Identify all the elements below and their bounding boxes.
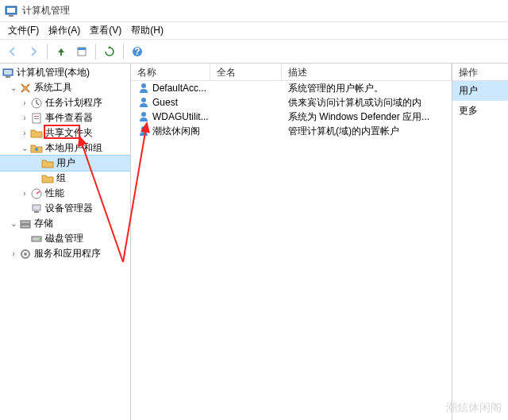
tools-icon <box>19 82 32 94</box>
cell-name: Guest <box>131 96 210 109</box>
twisty-closed-icon[interactable]: › <box>19 98 30 107</box>
cell-name: WDAGUtilit... <box>131 110 210 123</box>
tree-label: 性能 <box>45 187 64 200</box>
perf-icon <box>30 187 43 200</box>
twisty-open-icon[interactable]: ⌄ <box>8 83 19 92</box>
cell-desc: 系统管理的用户帐户。 <box>282 82 452 95</box>
tree-users[interactable]: 用户 <box>0 156 130 171</box>
svg-point-15 <box>35 148 38 151</box>
tree-label: 组 <box>56 171 66 185</box>
list-row[interactable]: Guest供来宾访问计算机或访问域的内 <box>131 95 452 110</box>
menubar: 文件(F) 操作(A) 查看(V) 帮助(H) <box>0 22 508 40</box>
action-header: 操作 <box>452 64 508 81</box>
tree-label: 系统工具 <box>34 81 72 94</box>
svg-rect-1 <box>7 8 15 13</box>
menu-view[interactable]: 查看(V) <box>85 22 126 39</box>
tree-label: 事件查看器 <box>45 111 93 125</box>
tree-shared[interactable]: › 共享文件夹 <box>0 125 130 141</box>
users-folder-icon <box>30 142 43 155</box>
disk-icon <box>30 233 43 245</box>
refresh-button[interactable] <box>100 42 119 61</box>
col-fullname[interactable]: 全名 <box>210 64 282 80</box>
menu-file[interactable]: 文件(F) <box>3 22 44 39</box>
toolbar: ? <box>0 40 508 64</box>
svg-point-25 <box>141 83 146 88</box>
toolbar-sep <box>95 44 96 60</box>
twisty-closed-icon[interactable]: › <box>19 189 30 198</box>
tree-root[interactable]: 计算机管理(本地) <box>0 65 130 80</box>
svg-text:?: ? <box>134 46 140 57</box>
tree-storage[interactable]: ⌄ 存储 <box>0 216 130 231</box>
cell-desc: 系统为 Windows Defender 应用... <box>282 110 452 124</box>
tree-localusers[interactable]: ⌄ 本地用户和组 <box>0 141 130 156</box>
tree-eventviewer[interactable]: › 事件查看器 <box>0 110 130 125</box>
twisty-closed-icon[interactable]: › <box>19 114 30 122</box>
tree-label: 用户 <box>56 156 75 170</box>
svg-rect-20 <box>21 225 30 228</box>
tree-tasksched[interactable]: › 任务计划程序 <box>0 95 130 110</box>
svg-point-27 <box>141 112 146 117</box>
action-more[interactable]: 更多 <box>452 101 508 121</box>
svg-point-24 <box>24 252 27 256</box>
tree-label: 磁盘管理 <box>45 232 83 245</box>
folder-icon <box>41 172 54 185</box>
titlebar: 计算机管理 <box>0 0 508 22</box>
tree-label: 任务计划程序 <box>45 96 102 110</box>
svg-point-26 <box>141 98 146 102</box>
svg-rect-18 <box>34 211 39 213</box>
svg-rect-13 <box>34 116 39 117</box>
toolbar-sep <box>47 44 48 60</box>
list-header: 名称 全名 描述 <box>131 64 452 81</box>
tree-label: 服务和应用程序 <box>34 247 101 260</box>
twisty-closed-icon[interactable]: › <box>8 249 19 258</box>
shared-folder-icon <box>30 127 43 140</box>
svg-rect-4 <box>78 48 86 50</box>
tree-label: 本地用户和组 <box>45 141 102 155</box>
tree-label: 设备管理器 <box>45 202 93 215</box>
event-icon <box>30 112 43 125</box>
help-button[interactable]: ? <box>128 42 147 61</box>
tree-diskmgmt[interactable]: 磁盘管理 <box>0 231 130 246</box>
cell-name: 潮炫休闲阁 <box>131 125 210 138</box>
tree-devmgr[interactable]: 设备管理器 <box>0 201 130 216</box>
svg-rect-19 <box>21 221 30 224</box>
twisty-closed-icon[interactable]: › <box>19 129 30 137</box>
tree-systools[interactable]: ⌄ 系统工具 <box>0 80 130 95</box>
cell-name: DefaultAcc... <box>131 82 210 94</box>
tree-label: 存储 <box>34 217 53 230</box>
list-pane: 名称 全名 描述 DefaultAcc...系统管理的用户帐户。Guest供来宾… <box>131 64 452 420</box>
svg-point-10 <box>23 86 28 91</box>
main-area: 计算机管理(本地) ⌄ 系统工具 › 任务计划程序 › 事件查看器 › 共享文件… <box>0 64 508 420</box>
col-name[interactable]: 名称 <box>131 64 210 80</box>
nav-fwd-button[interactable] <box>24 42 43 61</box>
up-button[interactable] <box>52 42 71 61</box>
tree-services[interactable]: › 服务和应用程序 <box>0 246 130 261</box>
list-row[interactable]: WDAGUtilit...系统为 Windows Defender 应用... <box>131 110 452 124</box>
action-pane: 操作 用户 更多 <box>452 64 508 420</box>
tree-groups[interactable]: 组 <box>0 171 130 186</box>
tree-pane[interactable]: 计算机管理(本地) ⌄ 系统工具 › 任务计划程序 › 事件查看器 › 共享文件… <box>0 64 131 420</box>
menu-action[interactable]: 操作(A) <box>44 22 85 39</box>
twisty-open-icon[interactable]: ⌄ <box>19 144 30 152</box>
nav-back-button[interactable] <box>3 42 22 61</box>
svg-rect-17 <box>33 205 40 210</box>
tree-perf[interactable]: › 性能 <box>0 186 130 201</box>
list-body: DefaultAcc...系统管理的用户帐户。Guest供来宾访问计算机或访问域… <box>131 81 452 138</box>
tree-label: 计算机管理(本地) <box>17 66 90 79</box>
menu-help[interactable]: 帮助(H) <box>126 22 168 39</box>
list-row[interactable]: DefaultAcc...系统管理的用户帐户。 <box>131 81 452 95</box>
clock-icon <box>30 97 43 110</box>
device-icon <box>30 202 43 215</box>
action-user[interactable]: 用户 <box>452 81 508 101</box>
svg-rect-9 <box>6 76 10 78</box>
cell-desc: 管理计算机(域)的内置帐户 <box>282 125 452 138</box>
folder-icon <box>41 157 54 170</box>
twisty-open-icon[interactable]: ⌄ <box>8 219 19 228</box>
properties-button[interactable] <box>72 42 91 61</box>
list-row[interactable]: 潮炫休闲阁管理计算机(域)的内置帐户 <box>131 124 452 138</box>
tree-label: 共享文件夹 <box>45 126 93 140</box>
cell-desc: 供来宾访问计算机或访问域的内 <box>282 96 452 110</box>
storage-icon <box>19 218 32 230</box>
col-desc[interactable]: 描述 <box>282 64 452 80</box>
svg-rect-8 <box>4 70 12 75</box>
